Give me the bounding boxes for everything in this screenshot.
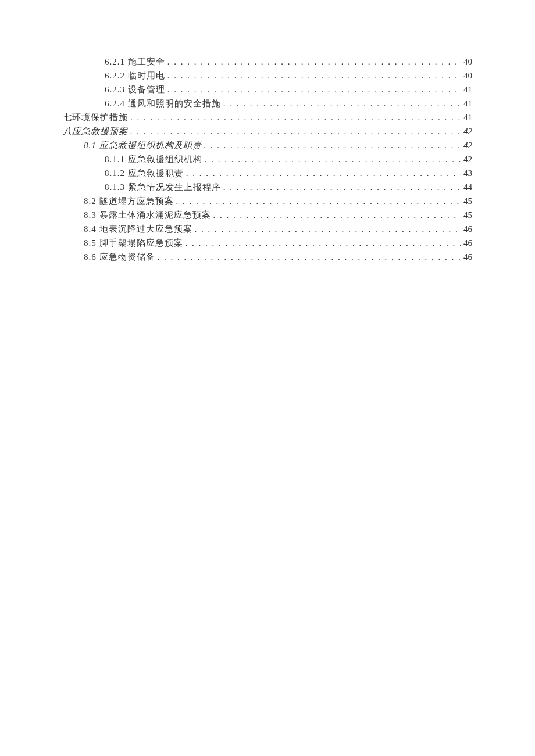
toc-label: 8.1 应急救援组织机构及职责 <box>84 138 202 152</box>
toc-entry: 8.6 应急物资储备46 <box>63 250 472 264</box>
toc-page-number: 43 <box>463 166 472 180</box>
toc-page-number: 40 <box>463 69 472 83</box>
toc-entry: 6.2.4 通风和照明的安全措施41 <box>63 96 472 110</box>
toc-page-number: 44 <box>463 180 472 194</box>
toc-page-number: 45 <box>463 194 472 208</box>
toc-dots <box>158 250 462 264</box>
toc-dots <box>195 222 462 236</box>
toc-entry: 6.2.2 临时用电40 <box>63 69 472 83</box>
toc-entry: 8.5 脚手架塌陷应急预案46 <box>63 236 472 250</box>
toc-page-number: 41 <box>463 83 472 96</box>
toc-entry: 8.1.3 紧急情况发生上报程序44 <box>63 180 472 194</box>
toc-label: 八应急救援预案 <box>63 124 128 138</box>
toc-page-number: 42 <box>463 124 472 138</box>
toc-dots <box>186 236 462 250</box>
toc-dots <box>223 180 461 194</box>
toc-entry: 8.1 应急救援组织机构及职责42 <box>63 138 472 152</box>
toc-page-number: 46 <box>463 222 472 236</box>
toc-page-number: 41 <box>463 96 472 110</box>
toc-entry: 八应急救援预案42 <box>63 124 472 138</box>
toc-dots <box>130 124 461 138</box>
toc-label: 8.1.1 应急救援组织机构 <box>105 152 202 166</box>
toc-entry: 6.2.1 施工安全40 <box>63 55 472 69</box>
toc-page-number: 41 <box>463 110 472 124</box>
toc-label: 8.1.2 应急救援职责 <box>105 166 184 180</box>
toc-label: 8.3 暴露土体涌水涌泥应急预案 <box>84 208 211 222</box>
toc-dots <box>205 152 461 166</box>
toc-entry: 8.1.2 应急救援职责43 <box>63 166 472 180</box>
toc-dots <box>167 69 461 83</box>
toc-entry: 6.2.3 设备管理41 <box>63 83 472 96</box>
toc-dots <box>167 55 461 69</box>
toc-entry: 七环境保护措施41 <box>63 110 472 124</box>
toc-dots <box>186 166 461 180</box>
toc-dots <box>213 208 462 222</box>
toc-page-number: 46 <box>463 250 472 264</box>
toc-page-number: 40 <box>463 55 472 69</box>
toc-page-number: 45 <box>463 208 472 222</box>
toc-entry: 8.2 隧道塌方应急预案45 <box>63 194 472 208</box>
toc-page-number: 46 <box>463 236 472 250</box>
toc-entry: 8.4 地表沉降过大应急预案46 <box>63 222 472 236</box>
toc-label: 8.4 地表沉降过大应急预案 <box>84 222 192 236</box>
toc-dots <box>223 96 461 110</box>
toc-page-number: 42 <box>463 138 472 152</box>
toc-page-number: 42 <box>463 152 472 166</box>
toc-dots <box>204 138 462 152</box>
toc-dots <box>176 194 462 208</box>
toc-entry: 8.1.1 应急救援组织机构42 <box>63 152 472 166</box>
toc-label: 8.6 应急物资储备 <box>84 250 155 264</box>
toc-label: 8.1.3 紧急情况发生上报程序 <box>105 180 221 194</box>
toc-label: 6.2.2 临时用电 <box>105 69 165 83</box>
toc-dots <box>130 110 461 124</box>
toc-label: 8.2 隧道塌方应急预案 <box>84 194 174 208</box>
toc-label: 6.2.3 设备管理 <box>105 83 165 96</box>
toc-label: 6.2.4 通风和照明的安全措施 <box>105 96 221 110</box>
toc-label: 8.5 脚手架塌陷应急预案 <box>84 236 183 250</box>
toc-label: 七环境保护措施 <box>63 110 128 124</box>
toc-label: 6.2.1 施工安全 <box>105 55 165 69</box>
table-of-contents: 6.2.1 施工安全406.2.2 临时用电406.2.3 设备管理416.2.… <box>63 55 472 264</box>
toc-dots <box>167 83 461 96</box>
toc-entry: 8.3 暴露土体涌水涌泥应急预案45 <box>63 208 472 222</box>
